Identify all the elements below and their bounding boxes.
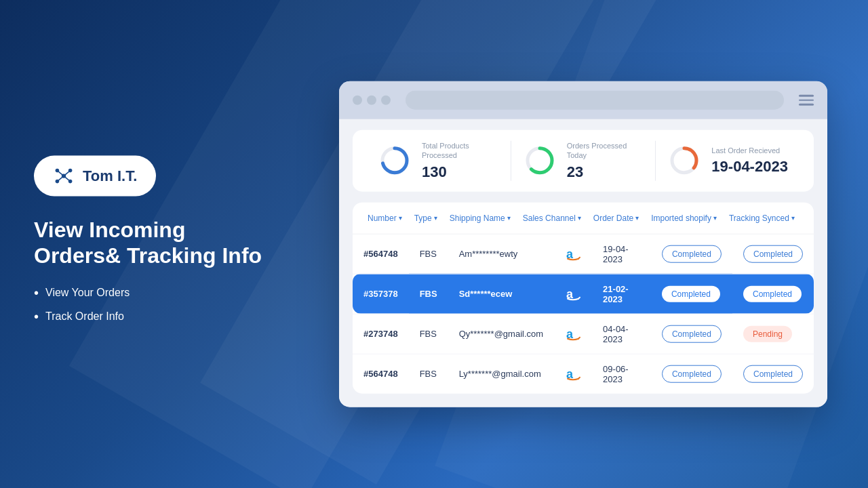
browser-dot-3 [381, 96, 391, 105]
logo-container: Tom I.T. [34, 156, 156, 197]
order-type: FBS [409, 354, 448, 394]
stat-label-last: Last Order Recieved [711, 146, 789, 155]
status-badge-imported: Completed [662, 365, 722, 382]
order-channel: a [554, 314, 592, 354]
amazon-icon: a [565, 325, 581, 342]
stat-info-last: Last Order Recieved 19-04-2023 [711, 146, 789, 176]
browser-content: Total Products Processed 130 Orders Proc… [339, 119, 827, 407]
order-tracking-status: Completed [732, 234, 814, 274]
order-shipping-name: Sd******ecew [448, 274, 554, 314]
filter-sales-channel[interactable]: Sales Channel [519, 210, 585, 225]
filter-type[interactable]: Type [410, 210, 441, 225]
logo-text: Tom I.T. [83, 167, 137, 185]
svg-line-18 [578, 297, 580, 298]
order-number: #273748 [353, 314, 409, 354]
browser-menu-icon[interactable] [799, 95, 814, 106]
status-badge-imported: Completed [662, 245, 722, 262]
order-imported-status: Completed [651, 354, 732, 394]
order-date: 21-02-2023 [592, 274, 651, 314]
order-imported-status: Completed [651, 274, 732, 314]
order-number: #357378 [353, 274, 409, 314]
order-number: #564748 [353, 234, 409, 274]
stat-last-order: Last Order Recieved 19-04-2023 [656, 141, 800, 181]
svg-line-16 [578, 257, 580, 258]
stat-value-total: 130 [422, 163, 500, 180]
filter-imported-shopify[interactable]: Imported shopify [647, 210, 721, 225]
filter-number[interactable]: Number [363, 210, 406, 225]
menu-line-2 [799, 99, 814, 101]
feature-label-2: Track Order Info [45, 310, 124, 323]
logo-icon [53, 165, 75, 187]
order-tracking-status: Pending [732, 314, 814, 354]
status-badge-tracking: Completed [743, 285, 802, 302]
menu-line-1 [799, 95, 814, 97]
order-imported-status: Completed [651, 314, 732, 354]
stat-info-total: Total Products Processed 130 [422, 141, 500, 181]
menu-line-3 [799, 104, 814, 106]
stat-icon-total [377, 143, 412, 178]
headline: View Incoming Orders& Tracking Info [34, 217, 264, 269]
stat-value-orders: 23 [567, 163, 645, 180]
svg-line-6 [64, 171, 71, 176]
amazon-icon: a [565, 365, 581, 382]
status-badge-imported: Completed [662, 325, 722, 342]
order-type: FBS [409, 274, 448, 314]
browser-addressbar[interactable] [406, 91, 784, 110]
table-row[interactable]: #273748 FBS Qy*******@gmail.com a [353, 314, 814, 354]
status-badge-tracking: Pending [743, 325, 792, 342]
order-date: 19-04-2023 [592, 234, 651, 274]
filter-tracking-synced[interactable]: Tracking Synced [725, 210, 799, 225]
feature-label-1: View Your Orders [45, 287, 130, 299]
order-tracking-status: Completed [732, 274, 814, 314]
amazon-icon: a [565, 285, 581, 302]
stat-label-total: Total Products Processed [422, 141, 500, 161]
left-panel: Tom I.T. View Incoming Orders& Tracking … [34, 156, 264, 333]
order-shipping-name: Ly*******@gmail.com [448, 354, 554, 394]
feature-item-2: Track Order Info [34, 308, 264, 324]
table-container: Number Type Shipping Name Sales Channel … [353, 202, 814, 393]
order-shipping-name: Qy*******@gmail.com [448, 314, 554, 354]
table-row[interactable]: #564748 FBS Am********ewty a [353, 234, 814, 274]
stat-icon-last [667, 143, 702, 178]
order-channel: a [554, 234, 592, 274]
browser-window: Total Products Processed 130 Orders Proc… [339, 81, 827, 407]
svg-line-5 [57, 171, 64, 176]
order-type: FBS [409, 314, 448, 354]
table-row[interactable]: #357378 FBS Sd******ecew a [353, 274, 814, 314]
order-shipping-name: Am********ewty [448, 234, 554, 274]
order-number: #564748 [353, 354, 409, 394]
table-row[interactable]: #564748 FBS Ly*******@gmail.com a [353, 354, 814, 394]
browser-dot-2 [367, 96, 376, 105]
stat-total-products: Total Products Processed 130 [366, 141, 511, 181]
feature-item-1: View Your Orders [34, 285, 264, 300]
svg-line-7 [57, 176, 64, 182]
order-date: 04-04-2023 [592, 314, 651, 354]
svg-line-22 [578, 377, 580, 378]
stat-info-orders: Orders Processed Today 23 [567, 141, 645, 181]
browser-dot-1 [353, 96, 362, 105]
status-badge-tracking: Completed [743, 365, 803, 382]
filter-shipping-name[interactable]: Shipping Name [446, 210, 515, 225]
browser-titlebar [339, 81, 827, 119]
status-badge-tracking: Completed [743, 245, 803, 262]
stats-row: Total Products Processed 130 Orders Proc… [353, 130, 814, 192]
filter-order-date[interactable]: Order Date [589, 210, 643, 225]
svg-line-8 [64, 176, 71, 182]
filter-bar: Number Type Shipping Name Sales Channel … [353, 202, 814, 234]
stat-value-last: 19-04-2023 [711, 158, 789, 176]
stat-label-orders: Orders Processed Today [567, 141, 645, 161]
status-badge-imported: Completed [662, 285, 720, 302]
order-channel: a [554, 354, 592, 394]
browser-dots [353, 96, 391, 105]
order-tracking-status: Completed [732, 354, 814, 394]
svg-line-20 [578, 337, 580, 338]
order-imported-status: Completed [651, 234, 732, 274]
stat-icon-orders [522, 143, 557, 178]
order-channel: a [554, 274, 592, 314]
features-list: View Your Orders Track Order Info [34, 285, 264, 324]
orders-table: #564748 FBS Am********ewty a [353, 234, 814, 393]
order-type: FBS [409, 234, 448, 274]
stat-orders-today: Orders Processed Today 23 [511, 141, 656, 181]
order-date: 09-06-2023 [592, 354, 651, 394]
amazon-icon: a [565, 245, 581, 262]
